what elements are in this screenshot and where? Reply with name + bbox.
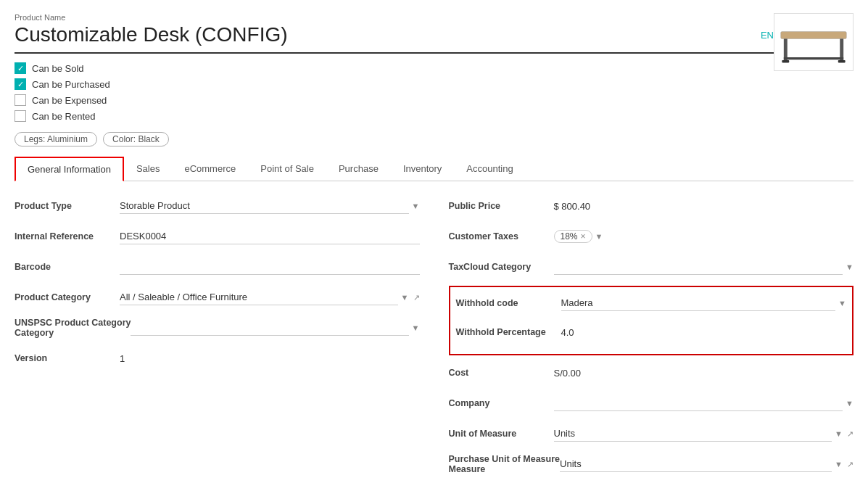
public-price-value: $ 800.40 <box>554 201 854 212</box>
form-left: Product Type Storable Product Consumable… <box>15 194 420 483</box>
purchase-unit-select[interactable]: Units <box>560 456 832 472</box>
public-price-label: Public Price <box>449 201 554 211</box>
can-be-expensed-checkbox[interactable] <box>15 94 26 106</box>
product-name-label: Product Name <box>15 13 774 22</box>
product-type-row: Product Type Storable Product Consumable… <box>15 194 420 218</box>
product-image <box>774 13 853 71</box>
product-category-select[interactable]: All / Saleable / Office Furniture <box>120 289 398 305</box>
withhold-section: Withhold code Madera ▼ Withhold Percenta… <box>449 286 854 355</box>
barcode-input[interactable] <box>120 259 420 275</box>
customer-taxes-badge: 18% × <box>554 230 592 243</box>
internal-reference-input[interactable] <box>120 228 420 244</box>
company-row: Company ▼ <box>449 392 854 415</box>
tab-purchase[interactable]: Purchase <box>326 157 391 181</box>
can-be-purchased-label: Can be Purchased <box>32 79 110 90</box>
withhold-code-dropdown-icon: ▼ <box>838 299 846 307</box>
tab-general-information[interactable]: General Information <box>15 157 124 181</box>
can-be-rented-label: Can be Rented <box>32 111 95 122</box>
withhold-code-select[interactable]: Madera <box>561 295 836 311</box>
purchase-unit-external-link-icon[interactable]: ↗ <box>847 460 853 469</box>
cost-row: Cost S/0.00 <box>449 361 854 384</box>
taxcloud-row: TaxCloud Category ▼ <box>449 255 854 278</box>
language-badge[interactable]: EN <box>761 30 774 41</box>
product-category-label: Product Category <box>15 292 120 302</box>
tab-ecommerce[interactable]: eCommerce <box>172 157 248 181</box>
product-category-external-link-icon[interactable]: ↗ <box>413 293 420 302</box>
can-be-purchased-row: Can be Purchased <box>15 78 774 90</box>
product-type-label: Product Type <box>15 201 120 211</box>
version-value: 1 <box>120 353 420 364</box>
svg-rect-4 <box>782 60 789 62</box>
product-category-dropdown-icon: ▼ <box>401 293 409 302</box>
barcode-row: Barcode <box>15 255 420 278</box>
taxcloud-dropdown-icon: ▼ <box>846 263 853 271</box>
purchase-unit-label: Purchase Unit of Measure Measure <box>449 454 561 474</box>
unspsc-label: UNSPSC Product Category Category <box>15 318 131 338</box>
product-title: Customizable Desk (CONFIG) <box>15 23 752 46</box>
customer-taxes-row: Customer Taxes 18% × ▼ <box>449 225 854 248</box>
unit-of-measure-select[interactable]: Units <box>554 426 832 442</box>
can-be-sold-row: Can be Sold <box>15 62 774 74</box>
tab-point-of-sale[interactable]: Point of Sale <box>248 157 326 181</box>
unspsc-select[interactable] <box>131 320 408 336</box>
withhold-code-label: Withhold code <box>456 298 561 308</box>
svg-rect-0 <box>781 32 847 39</box>
internal-reference-row: Internal Reference <box>15 225 420 248</box>
can-be-sold-label: Can be Sold <box>32 63 84 74</box>
can-be-expensed-row: Can be Expensed <box>15 94 774 106</box>
purchase-unit-dropdown-icon: ▼ <box>835 460 843 468</box>
unit-of-measure-label: Unit of Measure <box>449 429 554 439</box>
cost-label: Cost <box>449 368 554 378</box>
barcode-label: Barcode <box>15 262 120 272</box>
can-be-rented-checkbox[interactable] <box>15 110 26 122</box>
withhold-percentage-value: 4.0 <box>561 327 847 338</box>
purchase-unit-row: Purchase Unit of Measure Measure Units ▼… <box>449 453 854 476</box>
withhold-percentage-label: Withhold Percentage <box>456 327 561 337</box>
withhold-code-row: Withhold code Madera ▼ <box>456 292 847 315</box>
withhold-percentage-row: Withhold Percentage 4.0 <box>456 321 847 344</box>
can-be-sold-checkbox[interactable] <box>15 62 26 74</box>
svg-rect-3 <box>784 57 843 59</box>
tabs-container: General Information Sales eCommerce Poin… <box>15 157 853 181</box>
form-right: Public Price $ 800.40 Customer Taxes 18%… <box>449 194 854 483</box>
company-label: Company <box>449 398 554 408</box>
tab-inventory[interactable]: Inventory <box>391 157 454 181</box>
product-type-select[interactable]: Storable Product Consumable Service <box>120 198 409 214</box>
tax-remove-icon[interactable]: × <box>581 231 586 242</box>
unit-of-measure-row: Unit of Measure Units ▼ ↗ <box>449 422 854 445</box>
product-category-row: Product Category All / Saleable / Office… <box>15 286 420 309</box>
unit-of-measure-external-link-icon[interactable]: ↗ <box>847 429 853 439</box>
tag-color[interactable]: Color: Black <box>103 132 169 146</box>
tax-value: 18% <box>561 231 578 242</box>
unspsc-dropdown-icon: ▼ <box>412 323 420 332</box>
unspsc-row: UNSPSC Product Category Category ▼ <box>15 316 420 339</box>
cost-value: S/0.00 <box>554 368 854 379</box>
tag-legs[interactable]: Legs: Aluminium <box>15 132 97 146</box>
tab-sales[interactable]: Sales <box>124 157 173 181</box>
tab-accounting[interactable]: Accounting <box>454 157 525 181</box>
version-row: Version 1 <box>15 347 420 370</box>
svg-rect-5 <box>838 60 846 62</box>
company-select[interactable] <box>554 395 843 411</box>
taxcloud-select[interactable] <box>554 259 843 275</box>
internal-reference-label: Internal Reference <box>15 231 120 242</box>
product-type-dropdown-icon: ▼ <box>412 202 420 210</box>
public-price-row: Public Price $ 800.40 <box>449 194 854 218</box>
taxcloud-label: TaxCloud Category <box>449 262 554 272</box>
company-dropdown-icon: ▼ <box>846 399 853 408</box>
version-label: Version <box>15 353 120 363</box>
customer-taxes-dropdown-icon: ▼ <box>595 232 603 241</box>
can-be-rented-row: Can be Rented <box>15 110 774 122</box>
can-be-expensed-label: Can be Expensed <box>32 95 107 106</box>
unit-of-measure-dropdown-icon: ▼ <box>835 429 843 438</box>
can-be-purchased-checkbox[interactable] <box>15 78 26 90</box>
customer-taxes-label: Customer Taxes <box>449 231 554 242</box>
